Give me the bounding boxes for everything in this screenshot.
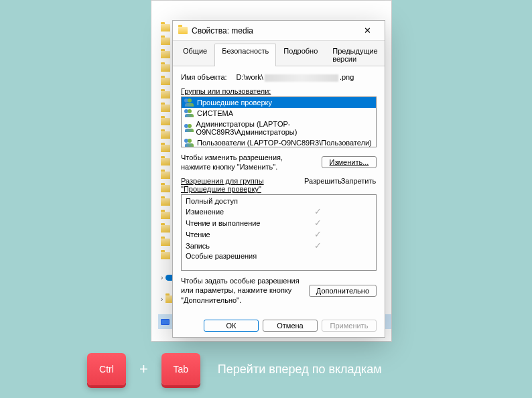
allow-column-header: Разрешить [304, 177, 340, 193]
apply-button: Применить [322, 320, 377, 332]
group-item-users[interactable]: Пользователи (LAPTOP-O9NC89R3\Пользовате… [182, 137, 376, 147]
folder-icon [161, 51, 170, 58]
pc-icon [161, 319, 170, 325]
blurred-path [265, 74, 338, 82]
group-item-authenticated[interactable]: Прошедшие проверку [182, 97, 376, 108]
folder-icon [161, 118, 170, 125]
perm-row: Чтение и выполнение✓ [182, 217, 376, 228]
check-icon: ✓ [300, 229, 336, 239]
folder-icon [161, 24, 170, 31]
plus-icon: + [139, 360, 148, 378]
dialog-footer: ОК Отмена Применить [173, 320, 385, 332]
folder-icon [161, 212, 170, 219]
change-help-text: Чтобы изменить разрешения, нажмите кнопк… [181, 153, 283, 172]
group-item-admins[interactable]: Администраторы (LAPTOP-O9NC89R3\Админист… [182, 119, 376, 137]
folder-icon [161, 158, 170, 165]
properties-dialog: Свойства: media ✕ Общие Безопасность Под… [172, 20, 385, 338]
folder-icon [161, 64, 170, 72]
folder-icon [161, 198, 170, 206]
tab-details[interactable]: Подробно [276, 44, 325, 66]
group-item-system[interactable]: СИСТЕМА [182, 108, 376, 119]
folder-icon [161, 131, 170, 139]
folder-icon [161, 145, 170, 152]
titlebar: Свойства: media ✕ [173, 21, 385, 41]
check-icon: ✓ [300, 218, 336, 228]
folder-icon [161, 185, 170, 192]
folder-icon [161, 105, 170, 112]
tab-bar: Общие Безопасность Подробно Предыдущие в… [173, 41, 385, 66]
tab-key: Tab [161, 353, 200, 385]
users-icon [184, 98, 194, 106]
folder-icon [161, 252, 170, 259]
shortcut-description: Перейти вперед по вкладкам [218, 362, 382, 377]
permissions-header: Разрешения для группы "Прошедшие проверк… [181, 177, 304, 193]
folder-icon [161, 91, 170, 98]
dialog-title: Свойства: media [192, 26, 355, 36]
folder-icon [161, 172, 170, 179]
tab-security[interactable]: Безопасность [214, 44, 276, 66]
cancel-button[interactable]: Отмена [263, 320, 318, 332]
advanced-button[interactable]: Дополнительно [309, 285, 377, 297]
folder-icon [161, 225, 170, 233]
tab-general[interactable]: Общие [176, 44, 214, 66]
perm-row: Особые разрешения [182, 251, 376, 261]
ctrl-key: Ctrl [87, 353, 126, 385]
perm-row: Изменение✓ [182, 206, 376, 217]
perm-row: Полный доступ [182, 196, 376, 206]
permissions-listbox: Полный доступ Изменение✓ Чтение и выполн… [181, 194, 377, 271]
folder-icon [161, 239, 170, 246]
check-icon: ✓ [300, 241, 336, 251]
deny-column-header: Запретить [340, 177, 377, 193]
users-icon [184, 109, 194, 117]
close-button[interactable]: ✕ [355, 21, 379, 40]
users-icon [184, 139, 194, 146]
ok-button[interactable]: ОК [204, 320, 259, 332]
folder-icon [161, 38, 170, 45]
perm-row: Запись✓ [182, 240, 376, 251]
keyboard-shortcut-tip: Ctrl + Tab Перейти вперед по вкладкам [87, 353, 382, 385]
users-icon [184, 124, 194, 131]
perm-row: Чтение✓ [182, 228, 376, 240]
object-name-value: D:\work\.png [237, 73, 354, 82]
change-button[interactable]: Изменить... [322, 156, 377, 168]
check-icon: ✓ [300, 206, 336, 216]
tab-previous[interactable]: Предыдущие версии [325, 44, 385, 66]
folder-icon [161, 78, 170, 85]
object-name-label: Имя объекта: [181, 73, 227, 81]
groups-listbox[interactable]: Прошедшие проверку СИСТЕМА Администратор… [181, 96, 377, 147]
advanced-help-text: Чтобы задать особые разрешения или парам… [181, 276, 302, 305]
tab-content: Имя объекта: D:\work\.png Группы или пол… [173, 66, 385, 317]
groups-label: Группы или пользователи: [181, 87, 271, 95]
folder-icon [178, 27, 188, 34]
